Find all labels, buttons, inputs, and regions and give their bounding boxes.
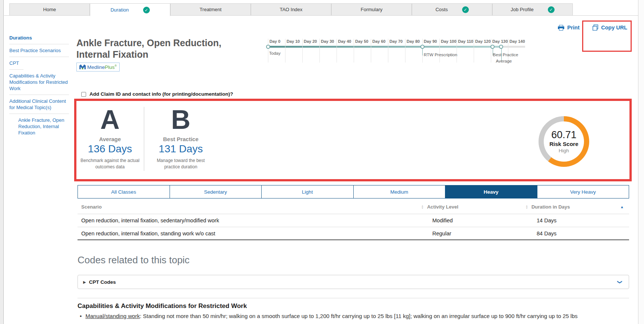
- timeline-tick-label: Day 130: [492, 39, 508, 44]
- timeline-tick-label: Day 90: [424, 39, 437, 44]
- chevron-down-icon[interactable]: ❯: [617, 280, 623, 284]
- class-tab-heavy[interactable]: Heavy: [445, 185, 537, 198]
- timeline-tick-label: Day 70: [389, 39, 402, 44]
- timeline-tick-label: Day 100: [441, 39, 457, 44]
- timeline-tick: [439, 39, 440, 63]
- plus-text: Plus: [105, 64, 114, 70]
- sort-icon[interactable]: ▲▼: [421, 205, 424, 209]
- window-left-edge: [0, 0, 4, 324]
- timeline-track: [268, 46, 502, 48]
- tab-job-profile-label: Job Profile: [511, 7, 533, 12]
- cell-duration: 84 Days: [525, 231, 629, 236]
- registered-mark: ®: [115, 64, 117, 67]
- timeline-marker: [499, 45, 503, 49]
- tab-tao-index-label: TAO Index: [280, 7, 302, 12]
- sort-ascending-icon[interactable]: ▲: [620, 205, 624, 209]
- best-practice-metric: B Best Practice 131 Days Manage toward t…: [147, 105, 214, 170]
- average-days: 136 Days: [88, 143, 132, 155]
- timeline-tick-label: Day 140: [509, 39, 525, 44]
- medlineplus-logo-icon: [79, 64, 86, 69]
- scenario-table: Scenario ▲▼ Activity Level ▲▼ Duration i…: [78, 200, 629, 240]
- sidebar-item-additional-clinical-content[interactable]: Additional Clinical Content for Medical …: [9, 95, 69, 114]
- tab-tao-index[interactable]: TAO Index: [251, 3, 331, 16]
- bullet-lead-link[interactable]: Manual/standing work: [85, 313, 140, 319]
- class-tab-sedentary[interactable]: Sedentary: [170, 185, 262, 198]
- scrollbar-track[interactable]: [638, 0, 644, 324]
- average-letter: A: [100, 105, 120, 134]
- sidebar-item-capabilities[interactable]: Capabilities & Activity Modifications fo…: [9, 70, 69, 95]
- tab-duration[interactable]: Duration ✓: [90, 3, 170, 16]
- tab-treatment[interactable]: Treatment: [170, 3, 251, 16]
- col-duration-in-days[interactable]: ▲▼ Duration in Days: [525, 204, 629, 210]
- print-label: Print: [567, 25, 580, 31]
- timeline-tick: [354, 39, 354, 63]
- timeline-tick-label: Day 10: [287, 39, 300, 44]
- timeline-tick: [302, 39, 303, 63]
- timeline-marker: [420, 45, 424, 49]
- timeline-marker: [266, 45, 270, 49]
- col-scenario[interactable]: Scenario: [78, 204, 421, 210]
- cpt-codes-accordion[interactable]: ▶ CPT Codes ❯: [78, 275, 629, 289]
- class-tab-all-classes[interactable]: All Classes: [78, 185, 170, 198]
- best-practice-name: Best Practice: [163, 136, 198, 142]
- check-circle-icon: ✓: [548, 6, 555, 13]
- timeline-tick: [388, 39, 388, 63]
- print-button[interactable]: Print: [558, 25, 580, 31]
- tab-home[interactable]: Home: [9, 3, 90, 16]
- table-header: Scenario ▲▼ Activity Level ▲▼ Duration i…: [78, 200, 629, 214]
- timeline-tick: [337, 39, 337, 63]
- timeline-tick-label: Day 50: [355, 39, 368, 44]
- tab-formulary[interactable]: Formulary: [331, 3, 412, 16]
- tab-costs[interactable]: Costs ✓: [412, 3, 492, 16]
- timeline-marker-label: RTW Prescription: [424, 53, 457, 57]
- timeline-tick: [457, 39, 457, 63]
- table-row[interactable]: Open reduction, internal fixation, seden…: [78, 214, 629, 227]
- sidebar-item-durations[interactable]: Durations: [9, 32, 69, 44]
- cell-activity: Regular: [421, 231, 525, 236]
- work-class-tabs: All Classes Sedentary Light Medium Heavy…: [78, 185, 629, 198]
- sidebar-item-cpt[interactable]: CPT: [9, 57, 69, 69]
- table-row[interactable]: Open reduction, internal fixation, stand…: [78, 227, 629, 240]
- medline-text: Medline: [87, 64, 105, 70]
- sort-icon[interactable]: ▲▼: [525, 205, 528, 209]
- medlineplus-badge[interactable]: MedlinePlus®: [76, 63, 120, 72]
- duration-metrics-panel: A Average 136 Days Benchmark against the…: [75, 100, 631, 180]
- metric-divider: [144, 107, 144, 171]
- timeline-marker-label: Best Practice: [493, 53, 518, 57]
- page-title: Ankle Fracture, Open Reduction, Internal…: [76, 37, 240, 60]
- timeline-tick: [285, 39, 285, 63]
- timeline-marker-label: Today: [269, 51, 281, 55]
- timeline-tick-label: Day 80: [407, 39, 420, 44]
- app-screen: Home Duration ✓ Treatment TAO Index Form…: [0, 0, 644, 324]
- sidebar-item-ankle-fracture-topic[interactable]: Ankle Fracture, Open Reduction, Internal…: [9, 114, 69, 139]
- average-name: Average: [99, 136, 121, 142]
- bullet-dot: •: [80, 313, 82, 319]
- cell-scenario: Open reduction, internal fixation, seden…: [78, 217, 421, 223]
- timeline-tick-label: Day 40: [338, 39, 351, 44]
- timeline-tick: [405, 39, 405, 63]
- sidebar-item-best-practice-scenarios[interactable]: Best Practice Scenarios: [9, 44, 69, 57]
- check-circle-icon: ✓: [462, 6, 469, 13]
- class-tab-medium[interactable]: Medium: [354, 185, 446, 198]
- best-practice-letter: B: [171, 105, 190, 134]
- average-metric: A Average 136 Days Benchmark against the…: [76, 105, 143, 170]
- col-activity-level[interactable]: ▲▼ Activity Level: [421, 204, 525, 210]
- cell-scenario: Open reduction, internal fixation, stand…: [78, 231, 421, 236]
- bullet-text: : Standing not more than 50 min/hr; walk…: [140, 313, 578, 319]
- tab-costs-label: Costs: [435, 7, 448, 12]
- risk-score-label: Risk Score: [549, 140, 578, 147]
- tab-treatment-label: Treatment: [200, 7, 222, 12]
- claim-checkbox-label: Add Claim ID and contact info (for print…: [89, 91, 233, 97]
- claim-checkbox[interactable]: [81, 92, 86, 97]
- timeline-marker-label: Average: [496, 59, 512, 63]
- class-tab-light[interactable]: Light: [262, 185, 354, 198]
- tab-job-profile[interactable]: Job Profile ✓: [492, 3, 573, 16]
- timeline-tick: [268, 39, 268, 63]
- class-tab-very-heavy[interactable]: Very Heavy: [537, 185, 629, 198]
- best-practice-days: 131 Days: [159, 143, 203, 155]
- risk-score-level: High: [559, 147, 569, 154]
- timeline-tick-label: Day 30: [321, 39, 334, 44]
- tab-home-label: Home: [43, 7, 56, 12]
- timeline-marker-line: [422, 48, 423, 55]
- timeline-track-remainder: [502, 46, 525, 48]
